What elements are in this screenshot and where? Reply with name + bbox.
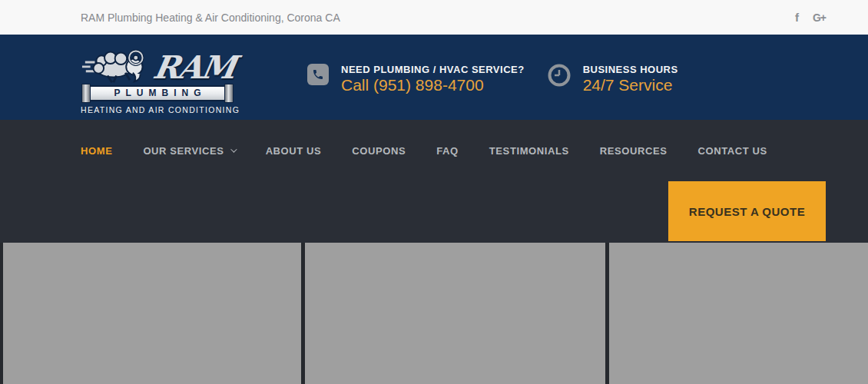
hours-label: BUSINESS HOURS [583, 64, 678, 75]
hours-value: 24/7 Service [583, 76, 678, 94]
phone-label: NEED PLUMBING / HVAC SERVICE? [341, 64, 525, 75]
phone-number[interactable]: Call (951) 898-4700 [341, 76, 525, 94]
nav-item-about-us[interactable]: ABOUT US [266, 145, 322, 157]
image-placeholder [305, 243, 605, 384]
nav-item-resources[interactable]: RESOURCES [600, 145, 668, 157]
plumbing-banner: PLUMBING [87, 85, 228, 101]
header-contacts: NEED PLUMBING / HVAC SERVICE? Call (951)… [307, 61, 678, 94]
facebook-icon[interactable]: f [795, 12, 799, 23]
nav-item-faq[interactable]: FAQ [436, 145, 459, 157]
nav-item-our-services[interactable]: OUR SERVICES [143, 145, 234, 157]
nav-item-home[interactable]: HOME [81, 145, 112, 157]
nav-item-coupons[interactable]: COUPONS [352, 145, 406, 157]
nav-item-testimonials[interactable]: TESTIMONIALS [489, 145, 569, 157]
google-plus-icon[interactable]: G+ [813, 12, 826, 23]
image-placeholder [3, 243, 301, 384]
chevron-down-icon [230, 146, 237, 152]
image-placeholder [609, 243, 868, 384]
content-area [0, 243, 868, 384]
clock-icon [548, 64, 571, 87]
social-links: f G+ [795, 12, 826, 23]
request-quote-button[interactable]: REQUEST A QUOTE [668, 181, 826, 241]
topbar: RAM Plumbing Heating & Air Conditioning,… [0, 0, 868, 35]
hours-info: BUSINESS HOURS 24/7 Service [548, 61, 678, 94]
main-header: RAM PLUMBING HEATING AND AIR CONDITIONIN… [0, 35, 868, 120]
brand-text: RAM [151, 54, 237, 82]
phone-info: NEED PLUMBING / HVAC SERVICE? Call (951)… [307, 61, 525, 94]
phone-icon [307, 64, 329, 85]
logo-tagline: HEATING AND AIR CONDITIONING [81, 105, 234, 114]
navbar: HOME OUR SERVICES ABOUT US COUPONS FAQ T… [0, 120, 868, 243]
logo[interactable]: RAM PLUMBING HEATING AND AIR CONDITIONIN… [81, 44, 234, 114]
nav-list: HOME OUR SERVICES ABOUT US COUPONS FAQ T… [81, 120, 826, 181]
nav-item-contact-us[interactable]: CONTACT US [698, 145, 767, 157]
site-title: RAM Plumbing Heating & Air Conditioning,… [81, 12, 340, 24]
